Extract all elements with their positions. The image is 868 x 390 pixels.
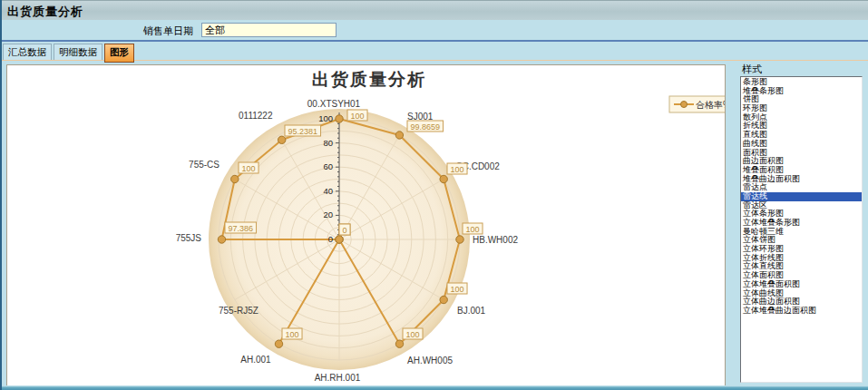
data-point-marker bbox=[395, 340, 403, 347]
value-label: 97.386 bbox=[225, 222, 257, 233]
value-label: 95.2381 bbox=[285, 125, 321, 136]
data-point-marker bbox=[440, 296, 447, 303]
value-label: 100 bbox=[463, 223, 483, 234]
chart-legend: 合格率% bbox=[669, 96, 725, 112]
legend-label: 合格率% bbox=[696, 100, 725, 110]
tab-bar: 汇总数据明细数据图形 bbox=[0, 40, 868, 60]
axis-tick-label: 80 bbox=[323, 138, 333, 148]
axis-tick-label: 60 bbox=[323, 161, 333, 171]
svg-text:100: 100 bbox=[351, 112, 365, 121]
tab-graphics[interactable]: 图形 bbox=[104, 44, 134, 63]
svg-text:99.8659: 99.8659 bbox=[411, 122, 441, 132]
tab-list: 汇总数据明细数据图形 bbox=[3, 44, 136, 60]
data-point-marker bbox=[278, 136, 285, 143]
category-label: AH.001 bbox=[240, 355, 271, 365]
svg-text:100: 100 bbox=[406, 330, 420, 339]
data-point-marker bbox=[336, 115, 343, 122]
svg-text:100: 100 bbox=[451, 285, 464, 294]
sales-date-input[interactable] bbox=[201, 23, 336, 37]
data-point-marker bbox=[440, 175, 447, 182]
data-point-marker bbox=[231, 175, 239, 182]
axis-tick-label: 100 bbox=[318, 113, 333, 123]
svg-text:100: 100 bbox=[286, 330, 299, 339]
style-panel-title: 样式 bbox=[742, 63, 762, 76]
category-label: SJ001 bbox=[407, 112, 434, 122]
value-label: 100 bbox=[282, 328, 302, 339]
svg-text:0: 0 bbox=[343, 226, 347, 235]
sales-date-label: 销售单日期 bbox=[143, 24, 193, 38]
category-label: HB.WH002 bbox=[473, 235, 518, 245]
value-label: 100 bbox=[403, 328, 423, 339]
value-label: 100 bbox=[347, 110, 367, 121]
chart-title: 出货质量分析 bbox=[312, 70, 426, 89]
data-point-marker bbox=[275, 340, 282, 347]
window-left-edge bbox=[0, 0, 2, 390]
svg-text:100: 100 bbox=[242, 164, 256, 173]
value-label: 100 bbox=[447, 283, 467, 294]
category-label: 0111222 bbox=[239, 111, 273, 121]
category-label: 755JS bbox=[176, 233, 202, 243]
axis-tick-label: 40 bbox=[323, 186, 333, 196]
value-label: 0 bbox=[339, 224, 350, 235]
svg-text:100: 100 bbox=[451, 165, 464, 174]
category-label: 00.XTSYH01 bbox=[307, 99, 361, 109]
category-label: AH.RH.001 bbox=[315, 373, 361, 383]
chart-panel: 02040608010000.XTSYH01SJ001SC.CD002HB.WH… bbox=[6, 64, 726, 386]
axis-tick-label: 0 bbox=[328, 234, 333, 244]
value-label: 99.8659 bbox=[407, 121, 444, 132]
value-label: 100 bbox=[447, 163, 467, 174]
window-bottom-edge bbox=[0, 385, 868, 390]
data-point-marker bbox=[395, 132, 403, 139]
window-titlebar: 出货质量分析 bbox=[0, 0, 868, 20]
svg-text:95.2381: 95.2381 bbox=[288, 127, 318, 136]
style-panel: 样式 条形图堆叠条形图饼图环形图散列点折线图直线图曲线图面积图曲边面积图堆叠面积… bbox=[731, 61, 866, 386]
category-label: BJ.001 bbox=[457, 306, 486, 316]
app-window: 出货质量分析 销售单日期 汇总数据明细数据图形 02040608010000.X… bbox=[0, 0, 868, 390]
radar-chart: 02040608010000.XTSYH01SJ001SC.CD002HB.WH… bbox=[7, 65, 725, 385]
style-option[interactable]: 立体堆叠曲边面积图 bbox=[741, 307, 862, 316]
data-point-marker bbox=[218, 236, 225, 243]
svg-text:97.386: 97.386 bbox=[229, 224, 254, 233]
page-title: 出货质量分析 bbox=[7, 4, 83, 20]
category-label: AH.WH005 bbox=[407, 356, 453, 366]
category-label: 755-CS bbox=[189, 160, 219, 170]
svg-text:100: 100 bbox=[466, 225, 480, 234]
data-point-marker bbox=[336, 236, 343, 243]
category-label: 755-RJ5Z bbox=[219, 306, 258, 316]
axis-tick-label: 20 bbox=[323, 210, 333, 219]
style-listbox: 条形图堆叠条形图饼图环形图散列点折线图直线图曲线图面积图曲边面积图堆叠面积图堆叠… bbox=[740, 76, 863, 383]
legend-marker-icon bbox=[681, 102, 688, 108]
content-area: 02040608010000.XTSYH01SJ001SC.CD002HB.WH… bbox=[0, 60, 868, 385]
data-point-marker bbox=[456, 236, 463, 243]
value-label: 100 bbox=[239, 162, 258, 173]
filter-bar: 销售单日期 bbox=[0, 20, 868, 40]
